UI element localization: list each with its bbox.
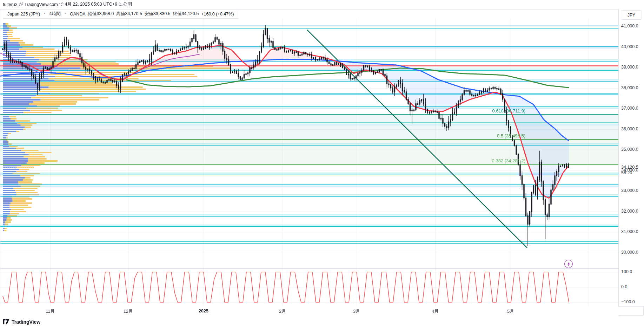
time-axis-label: 2月 (279, 309, 286, 315)
price-tick: 30,000.0 (621, 250, 638, 255)
price-tick: 40,000.0 (621, 44, 638, 49)
time-axis-label: 3月 (353, 309, 360, 315)
publish-suffix: で 4月 22, 2025 05:03 UTC+9 に公開 (58, 1, 132, 7)
ohlc-open: 始値33,958.0 (88, 11, 114, 17)
publish-username-link[interactable]: tuiteru2 (3, 2, 18, 7)
tradingview-attribution[interactable]: TradingView (3, 319, 40, 325)
time-axis-label: 12月 (124, 309, 133, 315)
price-tick: 41,000.0 (621, 24, 638, 28)
publish-site-link[interactable]: TradingView.com (24, 2, 58, 7)
lightning-icon (566, 262, 571, 266)
price-axis[interactable]: JPY 34,120.5 56:20 41,000.040,000.039,00… (618, 9, 644, 306)
price-tick: 35,000.0 (621, 147, 638, 152)
time-axis-label: 11月 (46, 309, 54, 315)
time-axis-label: 5月 (507, 309, 514, 315)
tradingview-logo-text: TradingView (12, 319, 40, 325)
legend-separator: ・ (63, 11, 68, 17)
exchange-label: OANDA (70, 12, 85, 17)
price-tick: 32,000.0 (621, 209, 638, 214)
price-tick: 34,000.0 (621, 168, 638, 173)
legend-separator: ・ (42, 11, 47, 17)
fib-level-label[interactable]: 0.618 (36,711.9) (492, 108, 525, 114)
fib-level-label[interactable]: 0.5 (35,496.5) (497, 133, 525, 138)
price-tick: 33,000.0 (621, 188, 638, 193)
price-chart-canvas[interactable] (0, 0, 644, 330)
boost-button[interactable] (564, 260, 573, 268)
time-axis-label: 4月 (432, 309, 438, 315)
price-tick: 37,000.0 (621, 106, 638, 111)
indicator-tick: 100.0 (621, 269, 632, 274)
fib-level-label[interactable]: 0.382 (34,281.2) (492, 158, 525, 163)
currency-label[interactable]: JPY (621, 10, 642, 20)
chart-legend: Japan 225 (JPY)・4時間・OANDA始値33,958.0高値34,… (3, 9, 238, 19)
ohlc-high: 高値34,170.5 (116, 11, 142, 17)
indicator-tick: 0.0 (621, 284, 627, 289)
tradingview-published-chart: tuiteru2 が TradingView.com で 4月 22, 2025… (0, 0, 644, 330)
price-tick: 39,000.0 (621, 65, 638, 70)
publish-particle: が (18, 1, 25, 7)
publish-bar: tuiteru2 が TradingView.com で 4月 22, 2025… (3, 0, 132, 9)
price-tick: 31,000.0 (621, 229, 638, 234)
time-axis-label: 2025 (199, 309, 208, 313)
tradingview-logo-icon (3, 319, 9, 325)
time-axis[interactable]: 11月12月20252月3月4月5月 (0, 306, 618, 316)
ohlc-close: 終値34,120.5 (173, 11, 199, 17)
indicator-tick: −100.0 (621, 299, 635, 304)
interval-label[interactable]: 4時間 (49, 11, 61, 17)
symbol-title[interactable]: Japan 225 (JPY) (7, 12, 40, 17)
ohlc-low: 安値33,830.5 (145, 11, 171, 17)
price-change: +160.0 (+0.47%) (201, 12, 234, 17)
price-tick: 36,000.0 (621, 127, 638, 131)
price-tick: 38,000.0 (621, 85, 638, 90)
